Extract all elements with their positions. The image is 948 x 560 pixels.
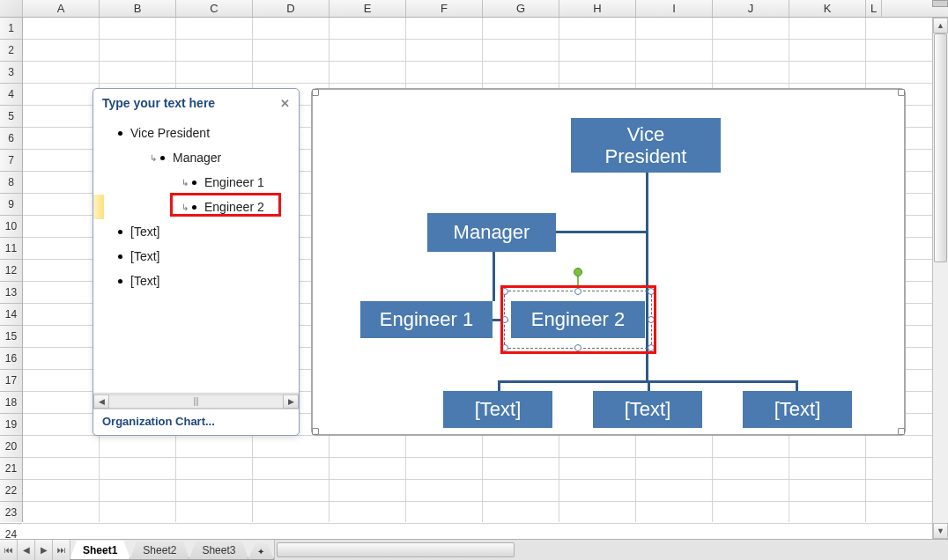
org-node-engineer2[interactable]: Engineer 2	[511, 301, 645, 338]
select-all-corner[interactable]	[0, 0, 23, 17]
scroll-thumb[interactable]	[277, 542, 515, 557]
text-pane-header: Type your text here ✕	[93, 89, 299, 117]
column-header[interactable]: C	[176, 0, 253, 17]
org-node-vp[interactable]: Vice President	[571, 118, 721, 173]
row-header[interactable]: 22	[0, 480, 22, 502]
scroll-track[interactable]	[933, 33, 948, 523]
column-header[interactable]: D	[253, 0, 330, 17]
scroll-up-button[interactable]: ▲	[933, 18, 948, 33]
bullet-icon	[118, 279, 122, 284]
rotate-stem	[577, 276, 579, 289]
connector-line	[493, 319, 508, 321]
resize-handle[interactable]	[898, 428, 905, 435]
row-header[interactable]: 14	[0, 304, 22, 326]
sheet-tab[interactable]: Sheet3	[189, 541, 248, 560]
tab-nav-prev[interactable]: ◀	[18, 540, 35, 560]
row-header[interactable]: 13	[0, 282, 22, 304]
column-header[interactable]: L	[866, 0, 882, 17]
connector-line	[646, 169, 648, 380]
connector-line	[556, 231, 648, 233]
sheet-tab[interactable]: Sheet2	[130, 541, 189, 560]
indent-arrow-icon: ↳	[181, 178, 189, 188]
row-header[interactable]: 3	[0, 62, 22, 84]
org-node-text3[interactable]: [Text]	[743, 391, 852, 428]
tree-item[interactable]: [Text]	[93, 269, 299, 293]
row-header[interactable]: 12	[0, 260, 22, 282]
tab-nav-next[interactable]: ▶	[35, 540, 53, 560]
tree-item-label: Engineer 1	[204, 175, 264, 189]
split-handle[interactable]	[932, 0, 948, 7]
tree-item[interactable]: Vice President	[93, 121, 299, 145]
bullet-icon	[118, 230, 122, 234]
scroll-right-button[interactable]: ▶	[283, 394, 299, 409]
rotate-handle[interactable]	[574, 268, 582, 276]
org-node-manager[interactable]: Manager	[427, 213, 556, 252]
column-header[interactable]: H	[559, 0, 636, 17]
resize-handle[interactable]	[898, 89, 905, 96]
tree-item[interactable]: [Text]	[93, 244, 299, 269]
smartart-canvas[interactable]: Vice President Manager Engineer 1 Engine…	[311, 88, 906, 436]
row-header[interactable]: 16	[0, 348, 22, 370]
tree-item-label: Vice President	[130, 126, 210, 140]
row-header[interactable]: 1	[0, 18, 22, 40]
row-header[interactable]: 2	[0, 40, 22, 62]
smartart-text-pane: Type your text here ✕ Vice President↳Man…	[93, 88, 300, 436]
column-header[interactable]: J	[713, 0, 789, 17]
connector-line	[493, 250, 495, 301]
sheet-tab-bar: ⏮ ◀ ▶ ⏭ Sheet1Sheet2Sheet3✦	[0, 539, 948, 560]
indent-arrow-icon: ↳	[150, 153, 157, 163]
tree-item[interactable]: ↳Engineer 2	[93, 195, 299, 219]
row-header[interactable]: 23	[0, 502, 22, 524]
column-header[interactable]: I	[636, 0, 713, 17]
text-pane-title: Type your text here	[102, 96, 215, 110]
close-icon[interactable]: ✕	[280, 97, 290, 110]
tab-nav-first[interactable]: ⏮	[0, 540, 18, 560]
tree-item-label: [Text]	[130, 274, 159, 288]
new-sheet-tab[interactable]: ✦	[248, 543, 274, 560]
bullet-icon	[118, 254, 122, 259]
horizontal-scrollbar[interactable]	[274, 540, 948, 560]
resize-handle[interactable]	[312, 89, 319, 96]
row-header[interactable]: 10	[0, 216, 22, 238]
row-header[interactable]: 17	[0, 370, 22, 392]
text-pane-body[interactable]: Vice President↳Manager↳Engineer 1↳Engine…	[93, 117, 299, 393]
resize-handle[interactable]	[312, 428, 319, 435]
tree-item-label: [Text]	[130, 225, 159, 239]
row-header[interactable]: 11	[0, 238, 22, 260]
row-header[interactable]: 8	[0, 172, 22, 194]
row-header[interactable]: 6	[0, 128, 22, 150]
row-header[interactable]: 19	[0, 414, 22, 436]
scroll-left-button[interactable]: ◀	[93, 394, 109, 409]
tree-item-label: Manager	[173, 151, 221, 165]
column-header[interactable]: K	[789, 0, 866, 17]
tree-item[interactable]: ↳Manager	[93, 145, 299, 170]
org-node-engineer1[interactable]: Engineer 1	[360, 301, 493, 338]
vertical-scrollbar[interactable]: ▲ ▼	[932, 18, 948, 539]
column-header[interactable]: A	[23, 0, 100, 17]
column-header[interactable]: F	[406, 0, 483, 17]
tree-item-label: [Text]	[130, 249, 159, 263]
row-header[interactable]: 7	[0, 150, 22, 172]
row-header[interactable]: 5	[0, 106, 22, 128]
bullet-icon	[192, 205, 196, 210]
tree-item[interactable]: ↳Engineer 1	[93, 170, 299, 195]
column-header[interactable]: E	[330, 0, 406, 17]
text-pane-horizontal-scrollbar[interactable]: ◀ ▶	[93, 393, 299, 409]
row-header[interactable]: 21	[0, 458, 22, 480]
row-header[interactable]: 15	[0, 326, 22, 348]
scroll-track[interactable]	[109, 394, 283, 409]
scroll-thumb[interactable]	[934, 33, 947, 262]
org-node-text2[interactable]: [Text]	[593, 391, 702, 428]
column-header[interactable]: G	[483, 0, 559, 17]
sheet-tab[interactable]: Sheet1	[70, 541, 130, 560]
scroll-down-button[interactable]: ▼	[933, 523, 948, 539]
tree-item[interactable]: [Text]	[93, 219, 299, 244]
bullet-icon	[118, 131, 122, 136]
row-header[interactable]: 9	[0, 194, 22, 216]
column-header[interactable]: B	[100, 0, 176, 17]
row-header[interactable]: 20	[0, 436, 22, 458]
tab-nav-last[interactable]: ⏭	[53, 540, 70, 560]
row-header[interactable]: 4	[0, 84, 22, 106]
org-node-text1[interactable]: [Text]	[443, 391, 552, 428]
row-header[interactable]: 18	[0, 392, 22, 414]
